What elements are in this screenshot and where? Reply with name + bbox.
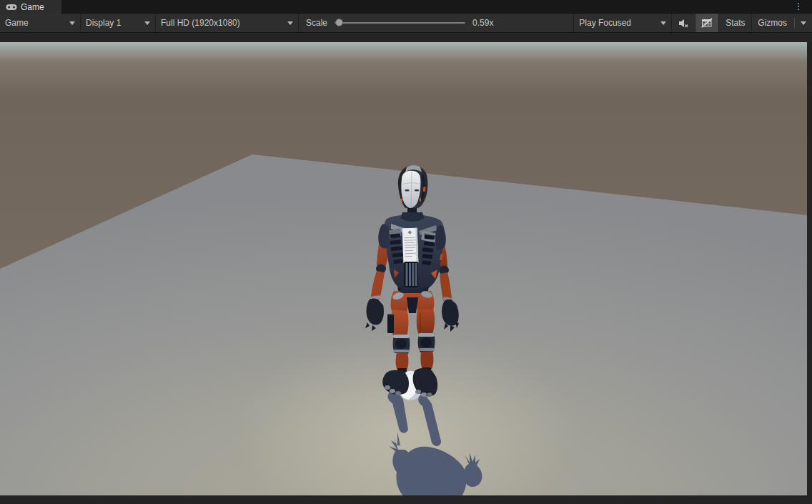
tab-strip: Game ⋮ [0, 0, 812, 14]
resolution-dropdown[interactable]: Full HD (1920x1080) [156, 14, 299, 32]
chevron-down-icon [69, 21, 75, 25]
gizmos-label: Gizmos [758, 18, 787, 28]
game-mode-dropdown[interactable]: Game [0, 14, 81, 32]
speaker-muted-icon [678, 19, 689, 28]
mute-audio-button[interactable] [672, 14, 695, 32]
scale-value: 0.59x [472, 18, 493, 28]
metrics-button[interactable] [695, 14, 719, 32]
scale-slider[interactable] [335, 22, 465, 24]
chevron-down-icon [144, 21, 150, 25]
rendered-scene [0, 42, 807, 495]
graph-grid-icon [701, 18, 713, 28]
stats-button[interactable]: Stats [719, 14, 752, 32]
viewport-frame [0, 34, 812, 504]
chevron-down-icon [287, 21, 293, 25]
robot-chest-label [402, 228, 419, 264]
play-focused-dropdown[interactable]: Play Focused [573, 14, 672, 32]
scale-slider-knob[interactable] [335, 19, 343, 26]
scale-cluster: Scale 0.59x [299, 14, 493, 32]
play-focused-value: Play Focused [579, 18, 631, 28]
chevron-down-icon [801, 21, 806, 25]
game-render-surface[interactable] [0, 42, 807, 495]
chevron-down-icon [660, 21, 666, 25]
kebab-menu-icon[interactable]: ⋮ [792, 0, 805, 14]
game-mode-dropdown-value: Game [5, 18, 29, 28]
gamepad-icon [6, 4, 17, 11]
display-dropdown-value: Display 1 [86, 18, 121, 28]
tab-game[interactable]: Game [0, 0, 61, 14]
gizmos-divider [794, 18, 795, 29]
gizmos-dropdown[interactable]: Gizmos [752, 14, 812, 32]
unity-game-view-window: Game ⋮ Game Display 1 Full HD (1920x1080… [0, 0, 812, 504]
toolbar-right-group: Play Focused Stats [573, 14, 812, 32]
tab-game-label: Game [21, 2, 44, 12]
scale-label: Scale [306, 18, 327, 28]
stats-button-label: Stats [726, 18, 745, 28]
game-view-toolbar: Game Display 1 Full HD (1920x1080) Scale… [0, 14, 812, 33]
resolution-dropdown-value: Full HD (1920x1080) [161, 18, 240, 28]
display-dropdown[interactable]: Display 1 [81, 14, 156, 32]
